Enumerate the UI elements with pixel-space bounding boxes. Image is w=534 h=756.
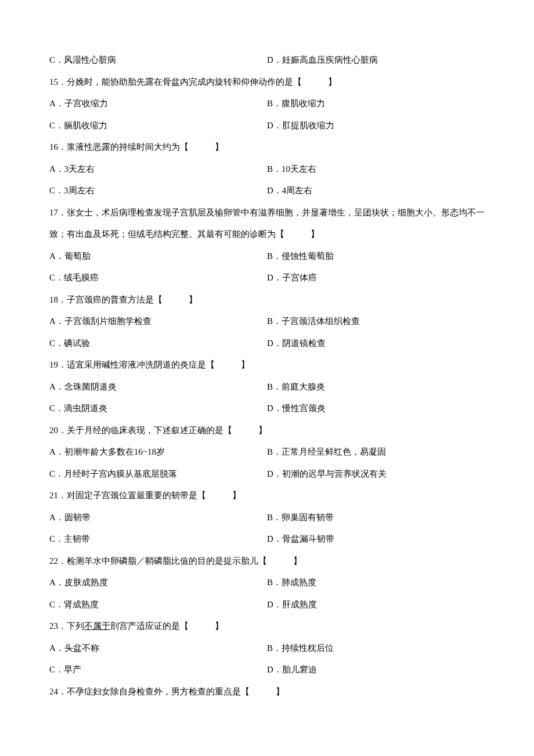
option-22-b: B．肺成熟度 (267, 572, 485, 594)
option-18-a: A．子宫颈刮片细胞学检查 (49, 311, 267, 333)
question-18-stem: 18．子宫颈癌的普查方法是【 】 (49, 289, 485, 311)
option-19-d: D．慢性宫颈炎 (267, 398, 485, 420)
option-18-d: D．阴道镜检查 (267, 333, 485, 355)
option-20-d: D．初潮的迟早与营养状况有关 (267, 463, 485, 485)
option-23-b: B．持续性枕后位 (267, 638, 485, 660)
option-16-b: B．10天左右 (267, 159, 485, 181)
option-17-d: D．子宫体癌 (267, 267, 485, 289)
option-17-a: A．葡萄胎 (49, 246, 267, 268)
question-21-stem: 21．对固定子宫颈位置最重要的韧带是【 】 (49, 485, 485, 507)
option-22-d: D．肝成熟度 (267, 594, 485, 616)
option-19-a: A．念珠菌阴道炎 (49, 376, 267, 398)
question-23-underlined: 不属于 (84, 621, 110, 631)
option-17-b: B．侵蚀性葡萄胎 (267, 246, 485, 268)
question-15-stem: 15．分娩时，能协助胎先露在骨盆内完成内旋转和仰伸动作的是【 】 (49, 71, 485, 93)
option-16-d: D．4周左右 (267, 180, 485, 202)
option-14-c: C．风湿性心脏病 (49, 49, 267, 71)
option-19-c: C．滴虫阴道炎 (49, 398, 267, 420)
option-17-c: C．绒毛膜癌 (49, 267, 267, 289)
option-23-a: A．头盆不称 (49, 638, 267, 660)
option-22-a: A．皮肤成熟度 (49, 572, 267, 594)
question-23-stem: 23．下列不属于剖宫产适应证的是【 】 (49, 615, 485, 638)
option-20-c: C．月经时子宫内膜从基底层脱落 (49, 463, 267, 485)
option-19-b: B．前庭大腺炎 (267, 376, 485, 398)
option-15-c: C．膈肌收缩力 (49, 115, 267, 137)
question-17-stem: 17．张女士，术后病理检查发现子宫肌层及输卵管中有滋养细胞，并显著增生，呈团块状… (49, 202, 485, 246)
question-16-stem: 16．浆液性恶露的持续时间大约为【 】 (49, 136, 485, 159)
option-21-d: D．骨盆漏斗韧带 (267, 528, 485, 550)
question-23-suffix: 剖宫产适应证的是【 】 (110, 621, 223, 631)
option-18-c: C．碘试验 (49, 333, 267, 355)
option-18-b: B．子宫颈活体组织检查 (267, 311, 485, 333)
question-22-stem: 22．检测羊水中卵磷脂／鞘磷脂比值的目的是提示胎儿【 】 (49, 550, 485, 573)
option-21-c: C．主韧带 (49, 528, 267, 550)
option-20-a: A．初潮年龄大多数在16~18岁 (49, 441, 267, 463)
option-23-d: D．胎儿窘迫 (267, 659, 485, 681)
question-19-stem: 19．适宜采用碱性溶液冲洗阴道的炎症是【 】 (49, 354, 485, 376)
option-15-d: D．肛提肌收缩力 (267, 115, 485, 137)
question-23-prefix: 23．下列 (49, 621, 84, 631)
option-21-a: A．圆韧带 (49, 507, 267, 529)
option-22-c: C．肾成熟度 (49, 594, 267, 616)
question-24-stem: 24．不孕症妇女除自身检查外，男方检查的重点是【 】 (49, 681, 485, 703)
option-16-a: A．3天左右 (49, 159, 267, 181)
option-21-b: B．卵巢固有韧带 (267, 507, 485, 529)
option-20-b: B．正常月经呈鲜红色，易凝固 (267, 441, 485, 463)
option-15-a: A．子宫收缩力 (49, 93, 267, 115)
question-20-stem: 20．关于月经的临床表现，下述叙述正确的是【 】 (49, 420, 485, 442)
option-23-c: C．早产 (49, 659, 267, 681)
option-16-c: C．3周左右 (49, 180, 267, 202)
option-15-b: B．腹肌收缩力 (267, 93, 485, 115)
option-14-d: D．妊娠高血压疾病性心脏病 (267, 49, 485, 71)
